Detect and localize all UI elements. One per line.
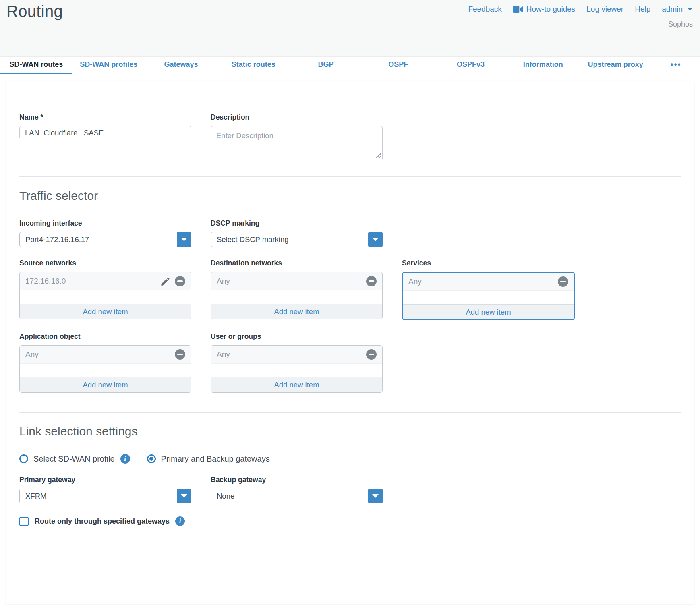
log-viewer-label: Log viewer — [586, 5, 623, 14]
admin-menu-label: admin — [662, 5, 683, 14]
description-textarea[interactable] — [211, 126, 383, 160]
traffic-selector-heading: Traffic selector — [19, 188, 681, 203]
incoming-interface-value: Port4-172.16.16.17 — [19, 232, 177, 247]
itembox-empty-area — [20, 290, 191, 304]
triangle-down-icon — [181, 494, 187, 498]
radio-primary-backup-gateways-label: Primary and Backup gateways — [161, 454, 270, 464]
help-link[interactable]: Help — [635, 5, 650, 14]
user-or-groups-group: User or groups Any Add new item — [211, 332, 383, 393]
tab-more-menu[interactable]: ••• — [652, 57, 700, 74]
incoming-interface-group: Incoming interface Port4-172.16.16.17 — [19, 219, 191, 247]
itembox-empty-area — [211, 364, 382, 377]
list-item: Any — [403, 273, 574, 291]
add-new-item-button[interactable]: Add new item — [20, 304, 191, 319]
primary-gateway-label: Primary gateway — [19, 476, 191, 484]
item-label: Any — [217, 277, 366, 286]
itembox-empty-area — [20, 364, 191, 377]
item-label: Any — [25, 350, 175, 359]
radio-primary-backup-gateways[interactable] — [147, 454, 156, 463]
add-new-item-button[interactable]: Add new item — [20, 377, 191, 392]
itembox-empty-area — [211, 290, 382, 304]
name-input[interactable] — [19, 126, 191, 139]
routing-tabbar: SD-WAN routes SD-WAN profiles Gateways S… — [0, 56, 700, 74]
destination-networks-box: Any Add new item — [211, 272, 383, 319]
add-new-item-button[interactable]: Add new item — [211, 304, 382, 319]
tab-sdwan-profiles[interactable]: SD-WAN profiles — [72, 57, 145, 74]
dscp-marking-value: Select DSCP marking — [211, 232, 368, 247]
log-viewer-link[interactable]: Log viewer — [586, 5, 623, 14]
primary-gateway-select[interactable]: XFRM — [19, 489, 191, 503]
feedback-link[interactable]: Feedback — [468, 5, 501, 14]
user-or-groups-box: Any Add new item — [211, 345, 383, 393]
tab-ospf[interactable]: OSPF — [362, 57, 435, 74]
howto-guides-link[interactable]: How-to guides — [513, 5, 575, 14]
header-links: Feedback How-to guides Log viewer Help a… — [468, 5, 693, 14]
tab-information[interactable]: Information — [507, 57, 579, 74]
help-label: Help — [635, 5, 650, 14]
radio-select-sdwan-profile[interactable] — [19, 454, 28, 463]
add-new-item-button[interactable]: Add new item — [211, 377, 382, 392]
remove-icon[interactable] — [175, 349, 185, 360]
user-or-groups-label: User or groups — [211, 332, 383, 341]
backup-gateway-select[interactable]: None — [211, 489, 383, 503]
admin-menu[interactable]: admin — [662, 5, 693, 14]
dropdown-button[interactable] — [368, 232, 383, 247]
services-group: Services Any Add new item — [402, 259, 575, 320]
source-networks-group: Source networks 172.16.16.0 Add new item — [19, 259, 191, 319]
remove-icon[interactable] — [175, 276, 185, 286]
networks-services-row: Source networks 172.16.16.0 Add new item… — [19, 259, 681, 320]
item-actions — [160, 276, 185, 287]
info-icon[interactable]: i — [175, 516, 185, 526]
tab-sdwan-routes[interactable]: SD-WAN routes — [0, 57, 72, 74]
route-only-checkbox[interactable] — [19, 517, 29, 526]
dscp-marking-label: DSCP marking — [211, 219, 383, 228]
backup-gateway-value: None — [211, 489, 368, 503]
services-box: Any Add new item — [402, 272, 575, 320]
remove-icon[interactable] — [366, 276, 377, 286]
destination-networks-label: Destination networks — [211, 259, 383, 267]
tab-static-routes[interactable]: Static routes — [217, 57, 290, 74]
dropdown-button[interactable] — [368, 489, 383, 503]
destination-networks-group: Destination networks Any Add new item — [211, 259, 383, 319]
source-networks-label: Source networks — [19, 259, 191, 267]
chevron-down-icon — [687, 8, 693, 11]
tab-upstream-proxy[interactable]: Upstream proxy — [579, 57, 652, 74]
remove-icon[interactable] — [558, 276, 568, 287]
tab-ospfv3[interactable]: OSPFv3 — [435, 57, 507, 74]
services-label: Services — [402, 259, 575, 267]
info-icon[interactable]: i — [120, 454, 130, 464]
route-only-row: Route only through specified gateways i — [19, 516, 681, 526]
dscp-marking-group: DSCP marking Select DSCP marking — [211, 219, 383, 247]
edit-icon[interactable] — [160, 276, 171, 287]
brand-label: Sophos — [668, 20, 693, 29]
page-header: Routing Feedback How-to guides Log viewe… — [0, 0, 700, 56]
item-label: Any — [217, 350, 366, 359]
interface-dscp-row: Incoming interface Port4-172.16.16.17 DS… — [19, 219, 681, 247]
application-object-group: Application object Any Add new item — [19, 332, 191, 393]
incoming-interface-select[interactable]: Port4-172.16.16.17 — [19, 232, 191, 247]
route-only-checkbox-label: Route only through specified gateways — [35, 517, 170, 526]
tab-gateways[interactable]: Gateways — [145, 57, 217, 74]
triangle-down-icon — [181, 238, 187, 241]
remove-icon[interactable] — [366, 349, 377, 360]
itembox-empty-area — [403, 291, 574, 304]
dscp-marking-select[interactable]: Select DSCP marking — [211, 232, 383, 247]
name-description-row: Name * Description — [19, 113, 681, 160]
name-field-group: Name * — [19, 113, 191, 139]
description-field-group: Description — [211, 113, 383, 160]
radio-select-sdwan-profile-label: Select SD-WAN profile — [33, 454, 115, 464]
incoming-interface-label: Incoming interface — [19, 219, 191, 228]
tab-bgp[interactable]: BGP — [290, 57, 362, 74]
add-new-item-button[interactable]: Add new item — [403, 304, 574, 319]
application-users-row: Application object Any Add new item User… — [19, 332, 681, 393]
link-selection-heading: Link selection settings — [19, 424, 681, 439]
section-divider — [19, 176, 681, 177]
page-title: Routing — [6, 2, 63, 21]
dropdown-button[interactable] — [177, 232, 191, 247]
primary-gateway-value: XFRM — [19, 489, 177, 503]
item-actions — [558, 276, 568, 287]
link-selection-radio-row: Select SD-WAN profile i Primary and Back… — [19, 454, 681, 464]
description-label: Description — [211, 113, 383, 122]
application-object-label: Application object — [19, 332, 191, 341]
dropdown-button[interactable] — [177, 489, 191, 503]
